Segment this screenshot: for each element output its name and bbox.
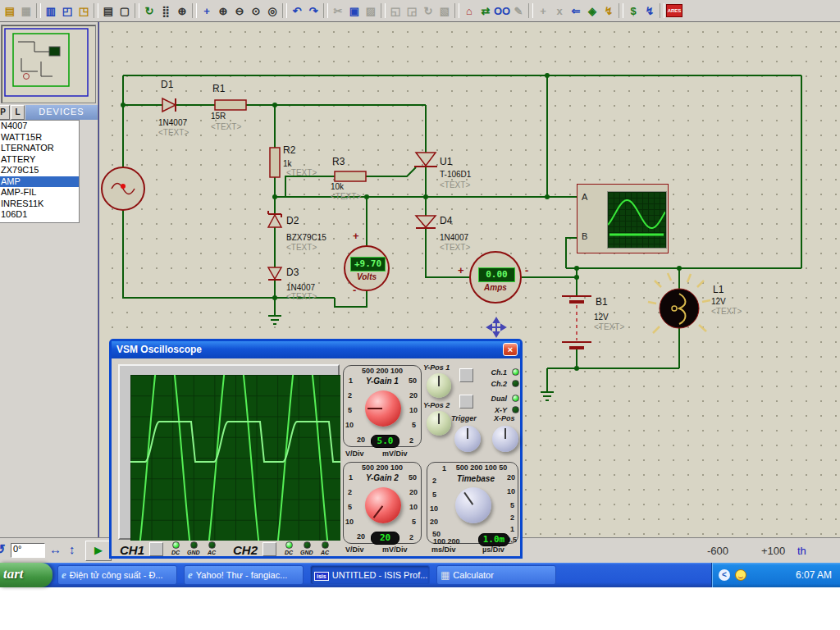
close-icon[interactable]: × bbox=[503, 343, 518, 356]
pan-icon[interactable]: + bbox=[199, 2, 215, 19]
part-value[interactable]: 1k bbox=[283, 159, 292, 168]
part-value[interactable]: 10k bbox=[331, 182, 344, 191]
make-device-icon[interactable]: ⇄ bbox=[477, 2, 494, 19]
open-file-icon[interactable]: ▦ bbox=[18, 2, 34, 19]
device-list-item[interactable]: WATT15R bbox=[0, 132, 79, 144]
part-value[interactable]: 1N4007 bbox=[286, 283, 315, 292]
rotation-angle-input[interactable]: 0° bbox=[11, 543, 45, 558]
flip-vertical-icon[interactable]: ↕ bbox=[69, 542, 75, 556]
redraw-icon[interactable]: ↻ bbox=[141, 2, 158, 19]
copy-icon[interactable]: ▣ bbox=[346, 2, 363, 19]
wire-autorouter-icon[interactable]: ↯ bbox=[600, 2, 617, 19]
separator[interactable] bbox=[94, 3, 98, 18]
ypos2-knob[interactable] bbox=[427, 411, 451, 436]
part-value[interactable]: 12V bbox=[711, 297, 726, 306]
timebase-knob[interactable] bbox=[455, 487, 491, 523]
taskbar-task[interactable]: Yahoo! Thư - fangiac... bbox=[184, 565, 304, 585]
taskbar-task[interactable]: Điện tử công suất - Đ... bbox=[57, 565, 177, 585]
trigger-knob[interactable] bbox=[454, 426, 481, 452]
block-copy-icon[interactable]: ◱ bbox=[387, 2, 404, 19]
paste-icon[interactable]: ▨ bbox=[363, 2, 379, 19]
device-list-item[interactable]: ATTERY bbox=[0, 154, 79, 166]
messenger-icon[interactable] bbox=[735, 569, 746, 581]
part-value[interactable]: BZX79C15 bbox=[286, 233, 326, 242]
tray-chevron-icon[interactable]: < bbox=[719, 569, 730, 581]
separator[interactable] bbox=[454, 3, 459, 18]
device-list-item[interactable]: AMP-FIL bbox=[0, 187, 79, 199]
part-ref[interactable]: D3 bbox=[286, 267, 299, 278]
part-ref[interactable]: D2 bbox=[286, 215, 299, 226]
zoom-area-icon[interactable]: ◎ bbox=[264, 2, 281, 19]
device-list-item[interactable]: N4007 bbox=[0, 121, 79, 132]
voltmeter[interactable]: +9.70 Volts bbox=[344, 245, 390, 291]
part-value[interactable]: T-106D1 bbox=[440, 170, 471, 179]
export-section-icon[interactable]: ◳ bbox=[75, 2, 92, 19]
oscilloscope-probe-block[interactable]: A B bbox=[577, 184, 669, 253]
grid-toggle-icon[interactable]: ⣿ bbox=[158, 2, 174, 19]
separator[interactable] bbox=[282, 3, 287, 18]
part-ref[interactable]: D4 bbox=[440, 215, 452, 226]
ygain1-knob[interactable] bbox=[365, 390, 401, 427]
ypos1-knob[interactable] bbox=[427, 373, 451, 398]
device-list-item[interactable]: 106D1 bbox=[0, 209, 79, 221]
flip-horizontal-icon[interactable]: ↔ bbox=[49, 542, 62, 556]
separator[interactable] bbox=[619, 3, 623, 18]
mark-output-area-icon[interactable]: ▢ bbox=[116, 2, 133, 19]
exit-to-parent-icon[interactable]: ⇐ bbox=[568, 2, 584, 19]
new-file-icon[interactable]: ▤ bbox=[2, 2, 18, 19]
oscilloscope-titlebar[interactable]: VSM Oscilloscope × bbox=[112, 341, 520, 358]
redo-icon[interactable]: ↷ bbox=[305, 2, 322, 19]
part-value[interactable]: 12V bbox=[594, 313, 609, 322]
block-rotate-icon[interactable]: ↻ bbox=[420, 2, 436, 19]
property-assignment-icon[interactable]: ✎ bbox=[510, 2, 527, 19]
taskbar-task[interactable]: UNTITLED - ISIS Prof... bbox=[310, 565, 430, 585]
print-icon[interactable]: ▤ bbox=[100, 2, 116, 19]
separator[interactable] bbox=[323, 3, 328, 18]
part-value[interactable]: 1N4007 bbox=[158, 118, 187, 127]
delete-sheet-icon[interactable]: x bbox=[551, 2, 568, 19]
part-value[interactable]: 15R bbox=[211, 112, 226, 121]
block-move-icon[interactable]: ◲ bbox=[404, 2, 420, 19]
search-tag-icon[interactable]: OO bbox=[494, 2, 510, 19]
start-button[interactable]: tart bbox=[0, 563, 52, 587]
ch-select-button-2[interactable] bbox=[459, 395, 473, 409]
block-delete-icon[interactable]: ▧ bbox=[436, 2, 453, 19]
ch2-coupling-button[interactable] bbox=[262, 542, 276, 556]
pick-device-icon[interactable]: ⌂ bbox=[461, 2, 477, 19]
separator[interactable] bbox=[660, 3, 664, 18]
xpos-knob[interactable] bbox=[492, 426, 518, 452]
part-ref[interactable]: R3 bbox=[332, 156, 345, 167]
cut-icon[interactable]: ✂ bbox=[330, 2, 346, 19]
separator[interactable] bbox=[36, 3, 41, 18]
origin-icon[interactable]: ⊕ bbox=[174, 2, 190, 19]
ammeter[interactable]: 0.00 Amps bbox=[469, 251, 522, 304]
zoom-in-icon[interactable]: ⊕ bbox=[215, 2, 231, 19]
realtime-annotation-icon[interactable]: ◈ bbox=[584, 2, 600, 19]
save-design-icon[interactable]: ▥ bbox=[43, 2, 59, 19]
separator[interactable] bbox=[381, 3, 386, 18]
device-list-item[interactable]: ZX79C15 bbox=[0, 165, 79, 176]
part-ref[interactable]: R2 bbox=[283, 144, 295, 156]
device-list-item[interactable]: LTERNATOR bbox=[0, 143, 79, 154]
zoom-out-icon[interactable]: ⊖ bbox=[231, 2, 248, 19]
p-button[interactable]: P bbox=[0, 105, 10, 120]
bill-of-materials-icon[interactable]: $ bbox=[625, 2, 641, 19]
zoom-all-icon[interactable]: ⊙ bbox=[248, 2, 264, 19]
part-ref[interactable]: R1 bbox=[212, 83, 225, 94]
part-ref[interactable]: B1 bbox=[596, 296, 608, 308]
simulation-play-button[interactable]: ▶ bbox=[85, 541, 112, 561]
device-list-item[interactable]: AMP bbox=[0, 176, 79, 188]
separator[interactable] bbox=[135, 3, 139, 18]
netlist-to-ares-icon[interactable]: ARES bbox=[666, 4, 682, 17]
separator[interactable] bbox=[528, 3, 533, 18]
electrical-check-icon[interactable]: ↯ bbox=[641, 2, 658, 19]
import-section-icon[interactable]: ◰ bbox=[59, 2, 75, 19]
ygain2-knob[interactable] bbox=[365, 487, 401, 523]
undo-icon[interactable]: ↶ bbox=[289, 2, 305, 19]
part-value[interactable]: 1N4007 bbox=[440, 233, 468, 242]
device-list-item[interactable]: INRES11K bbox=[0, 199, 79, 210]
separator[interactable] bbox=[192, 3, 197, 18]
l-button[interactable]: L bbox=[11, 105, 25, 120]
part-ref[interactable]: U1 bbox=[440, 156, 452, 167]
rotate-ccw-icon[interactable]: ↺ bbox=[0, 541, 5, 557]
